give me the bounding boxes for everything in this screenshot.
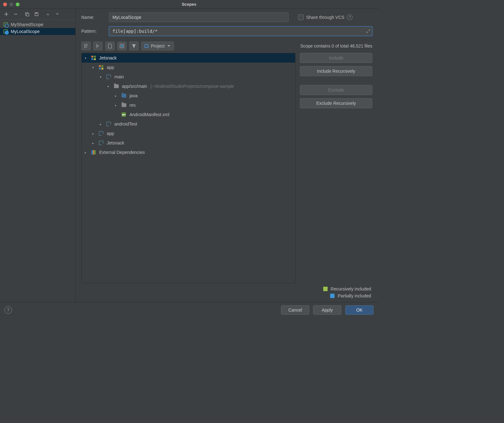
view-mode-label: Project [151,43,165,48]
module-icon [99,131,103,136]
apply-button[interactable]: Apply [313,305,341,315]
chevron-down-icon[interactable]: ▾ [92,66,97,69]
move-down-button[interactable] [54,10,61,18]
tree-label: External Dependencies [99,150,145,155]
save-scope-button[interactable] [33,10,40,18]
source-set-icon [106,75,111,79]
chevron-down-icon [167,44,170,48]
copy-scope-button[interactable] [23,10,31,18]
scope-shared-icon [3,22,8,27]
folder-icon [122,103,126,107]
project-icon [91,56,96,60]
exclude-button[interactable]: Exclude [300,85,372,95]
show-included-only-button[interactable] [117,42,127,50]
share-vcs-help-icon[interactable]: ? [347,14,352,20]
tree-label: res [129,103,135,108]
tree-node-app2[interactable]: ▸ app [82,129,295,138]
tree-label: app/src/main [122,84,147,89]
name-input[interactable] [109,13,289,22]
scopes-sidebar: MySharedScope MyLocalScope [0,9,76,302]
help-button[interactable]: ? [4,306,12,314]
chevron-down-icon[interactable]: ▾ [100,75,104,79]
include-recursively-button[interactable]: Include Recursively [300,66,372,76]
tree-node-jetsnack2[interactable]: ▸ Jetsnack [82,138,295,148]
move-up-button[interactable] [44,10,52,18]
include-exclude-buttons: Include Include Recursively Exclude Excl… [300,53,372,283]
tree-node-external-deps[interactable]: ▸ External Dependencies [82,148,295,157]
pattern-input[interactable]: file[app]:build/* [109,26,372,36]
pattern-label: Pattern: [81,29,104,34]
chevron-right-icon[interactable]: ▸ [115,94,119,98]
source-set-icon [106,122,111,126]
tree-node-res[interactable]: ▸ res [82,100,295,110]
chevron-down-icon[interactable]: ▾ [85,56,89,60]
tree-node-app[interactable]: ▾ app [82,63,295,72]
name-label: Name: [81,15,104,20]
tree-node-manifest[interactable]: ▸ MF AndroidManifest.xml [82,110,295,119]
tree-label: Jetsnack [107,140,124,145]
svg-rect-4 [121,45,123,47]
chevron-right-icon[interactable]: ▸ [92,141,97,145]
sidebar-toolbar [0,9,75,20]
scope-list: MySharedScope MyLocalScope [0,20,75,36]
tree-label: AndroidManifest.xml [129,112,169,117]
svg-rect-2 [36,13,37,14]
include-button[interactable]: Include [300,53,372,63]
chevron-down-icon[interactable]: ▾ [107,85,112,88]
expand-editor-icon[interactable] [366,29,370,33]
scope-item-label: MySharedScope [11,22,43,27]
chevron-right-icon[interactable]: ▸ [115,104,119,107]
legend-label-partial: Partially included [338,293,371,298]
traffic-lights [3,3,20,6]
close-window-button[interactable] [3,3,7,6]
file-tree[interactable]: ▾ Jetsnack ▾ app ▾ main ▾ app/sr [81,53,295,283]
manifest-file-icon: MF [122,112,126,117]
window-title: Scopes [182,2,196,7]
minimize-window-button[interactable] [9,3,13,6]
folder-icon [122,94,126,98]
tree-label: app [107,131,114,136]
tree-label: main [114,74,124,79]
view-mode-dropdown[interactable]: Project [141,42,174,50]
share-vcs-checkbox[interactable] [298,14,304,20]
footer: ? Cancel Apply OK [0,302,378,317]
remove-scope-button[interactable] [12,10,20,18]
expand-tree-button[interactable] [81,42,91,50]
project-icon [145,44,148,48]
chevron-right-icon[interactable]: ▸ [100,122,104,126]
scope-item-shared[interactable]: MySharedScope [0,21,75,28]
legend: Recursively included Partially included [81,286,372,298]
pattern-value: file[app]:build/* [112,29,363,34]
cancel-button[interactable]: Cancel [281,305,309,315]
scope-status-text: Scope contains 0 of total 46,521 files [300,43,372,48]
add-scope-button[interactable] [3,10,10,18]
tree-node-src-main[interactable]: ▾ app/src/main (~/AndroidStudioProjects/… [82,82,295,91]
tree-label: androidTest [114,121,137,127]
tree-label: java [129,93,138,98]
tree-label: Jetsnack [99,55,117,60]
tree-path-hint: (~/AndroidStudioProjects/compose-sample [150,84,234,89]
legend-label-recursive: Recursively included [331,286,371,291]
show-files-button[interactable] [105,42,115,50]
filter-button[interactable] [129,42,139,50]
chevron-right-icon[interactable]: ▸ [92,132,97,135]
scope-item-label: MyLocalScope [11,29,40,34]
scope-local-icon [3,29,8,34]
ok-button[interactable]: OK [345,305,374,315]
titlebar: Scopes [0,0,378,9]
chevron-right-icon[interactable]: ▸ [85,151,89,154]
module-icon [99,141,103,145]
zoom-window-button[interactable] [16,3,20,6]
module-icon [99,65,103,70]
svg-rect-1 [26,14,29,16]
collapse-tree-button[interactable] [93,42,103,50]
exclude-recursively-button[interactable]: Exclude Recursively [300,98,372,108]
tree-node-android-test[interactable]: ▸ androidTest [82,119,295,129]
tree-node-java[interactable]: ▸ java [82,91,295,100]
tree-node-main[interactable]: ▾ main [82,72,295,82]
legend-swatch-partial [330,294,335,298]
scope-item-local[interactable]: MyLocalScope [0,28,75,35]
tree-label: app [107,65,114,70]
legend-swatch-recursive [323,287,328,291]
tree-node-jetsnack[interactable]: ▾ Jetsnack [82,53,295,63]
